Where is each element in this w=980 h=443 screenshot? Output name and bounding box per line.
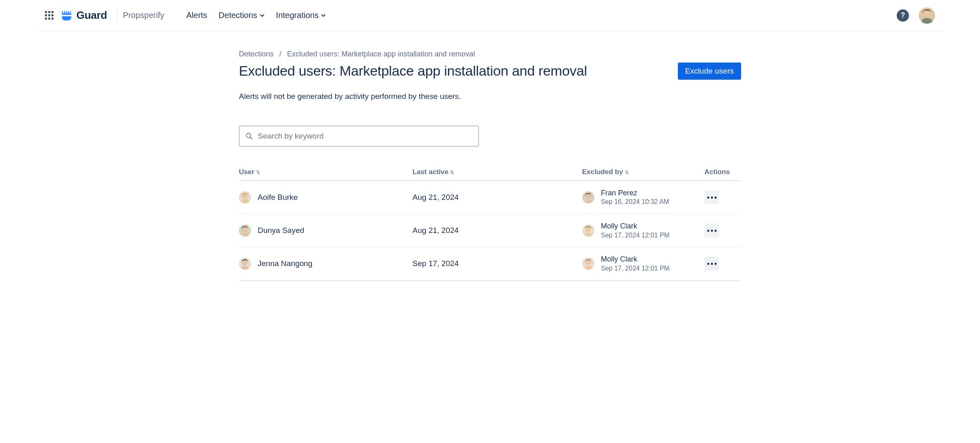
column-header-user[interactable]: User⇅ — [239, 164, 412, 181]
row-actions-button[interactable] — [704, 190, 719, 204]
nav-detections[interactable]: Detections — [218, 11, 265, 20]
svg-point-16 — [586, 227, 591, 233]
search-field[interactable] — [239, 125, 479, 147]
nav-alerts[interactable]: Alerts — [186, 11, 207, 20]
excluded-by-timestamp: Sep 16, 2024 10:32 AM — [601, 198, 669, 206]
excluded-by-avatar[interactable] — [582, 191, 595, 204]
column-header-last-active[interactable]: Last active⇅ — [412, 164, 582, 181]
app-switcher-icon[interactable] — [45, 11, 53, 20]
last-active: Sep 17, 2024 — [412, 259, 459, 268]
sort-icon: ⇅ — [450, 170, 454, 175]
user-avatar[interactable] — [239, 224, 251, 237]
excluded-by-cell: Fran Perez Sep 16, 2024 10:32 AM — [582, 188, 705, 206]
search-icon — [245, 132, 253, 140]
column-header-excluded-by[interactable]: Excluded by⇅ — [582, 164, 705, 181]
last-active: Aug 21, 2024 — [412, 193, 459, 201]
exclude-users-button[interactable]: Exclude users — [678, 63, 741, 80]
org-name[interactable]: Propsperify — [117, 10, 164, 21]
excluded-users-table: User⇅ Last active⇅ Excluded by⇅ Actions — [239, 164, 741, 281]
page-description: Alerts will not be generated by activity… — [239, 92, 741, 101]
avatar-image — [239, 191, 251, 204]
user-avatar[interactable] — [239, 257, 251, 270]
svg-point-18 — [242, 260, 248, 266]
svg-rect-3 — [67, 11, 69, 13]
table-row: Dunya Sayed Aug 21, 2024 Molly Clark Sep… — [239, 214, 741, 247]
guard-shield-icon — [61, 10, 72, 21]
svg-rect-2 — [65, 11, 67, 13]
excluded-by-text: Molly Clark Sep 17, 2024 12:01 PM — [601, 255, 670, 273]
avatar-image — [582, 191, 595, 204]
table-row: Aoife Burke Aug 21, 2024 Fran Perez Sep … — [239, 181, 741, 214]
row-actions-button[interactable] — [704, 224, 719, 237]
more-icon — [707, 230, 717, 232]
more-icon — [707, 197, 717, 199]
svg-point-12 — [586, 194, 591, 199]
sort-icon: ⇅ — [625, 170, 629, 175]
col-excl-label: Excluded by — [582, 168, 623, 176]
product-name: Guard — [76, 9, 107, 22]
sort-icon: ⇅ — [256, 170, 260, 175]
search-input[interactable] — [258, 132, 472, 141]
nav-integrations[interactable]: Integrations — [276, 11, 326, 20]
excluded-by-text: Fran Perez Sep 16, 2024 10:32 AM — [601, 188, 669, 206]
more-icon — [707, 263, 717, 265]
user-cell: Aoife Burke — [239, 191, 412, 204]
excluded-by-cell: Molly Clark Sep 17, 2024 12:01 PM — [582, 255, 705, 273]
breadcrumb-separator: / — [279, 50, 281, 58]
nav-integrations-label: Integrations — [276, 11, 319, 20]
breadcrumb-current: Excluded users: Marketplace app installa… — [287, 50, 475, 58]
nav-detections-label: Detections — [218, 11, 257, 20]
page-title: Excluded users: Marketplace app installa… — [239, 63, 587, 79]
avatar-image — [239, 224, 251, 237]
user-cell: Jenna Nangong — [239, 257, 412, 270]
excluded-by-timestamp: Sep 17, 2024 12:01 PM — [601, 231, 670, 240]
main-nav: Alerts Detections Integrations — [186, 11, 326, 20]
col-act-label: Actions — [704, 168, 730, 176]
excluded-by-timestamp: Sep 17, 2024 12:01 PM — [601, 264, 670, 273]
excluded-by-avatar[interactable] — [582, 224, 595, 237]
svg-point-10 — [242, 194, 248, 199]
profile-avatar[interactable] — [919, 7, 935, 24]
nav-alerts-label: Alerts — [186, 11, 207, 20]
help-icon[interactable]: ? — [897, 9, 909, 22]
breadcrumb: Detections / Excluded users: Marketplace… — [239, 50, 741, 58]
excluded-by-text: Molly Clark Sep 17, 2024 12:01 PM — [601, 222, 670, 239]
avatar-image — [239, 257, 251, 270]
excluded-by-name: Molly Clark — [601, 222, 670, 231]
user-name: Dunya Sayed — [258, 226, 304, 235]
page-header: Excluded users: Marketplace app installa… — [239, 63, 741, 80]
last-active: Aug 21, 2024 — [412, 226, 459, 235]
avatar-image — [582, 257, 595, 270]
user-name: Jenna Nangong — [258, 259, 312, 268]
avatar-image — [582, 224, 595, 237]
svg-line-8 — [250, 137, 252, 139]
breadcrumb-root[interactable]: Detections — [239, 50, 274, 58]
excluded-by-avatar[interactable] — [582, 257, 595, 270]
excluded-by-name: Molly Clark — [601, 255, 670, 264]
col-last-label: Last active — [412, 168, 448, 176]
svg-point-14 — [242, 227, 248, 233]
svg-point-20 — [586, 260, 591, 266]
product-logo[interactable]: Guard — [61, 9, 107, 22]
column-header-actions: Actions — [704, 164, 741, 181]
svg-point-6 — [923, 10, 931, 18]
excluded-by-cell: Molly Clark Sep 17, 2024 12:01 PM — [582, 222, 705, 239]
avatar-image — [919, 7, 935, 24]
user-cell: Dunya Sayed — [239, 224, 412, 237]
svg-rect-4 — [69, 11, 71, 13]
chevron-down-icon — [321, 13, 326, 18]
topbar-right: ? — [897, 7, 935, 24]
table-row: Jenna Nangong Sep 17, 2024 Molly Clark S… — [239, 247, 741, 281]
top-navigation: Guard Propsperify Alerts Detections Inte… — [37, 0, 943, 31]
row-actions-button[interactable] — [704, 257, 719, 271]
chevron-down-icon — [260, 13, 265, 18]
col-user-label: User — [239, 168, 254, 176]
page-content: Detections / Excluded users: Marketplace… — [239, 31, 741, 281]
svg-rect-1 — [63, 11, 64, 13]
topbar-left: Guard Propsperify Alerts Detections Inte… — [45, 9, 326, 22]
user-name: Aoife Burke — [258, 193, 298, 202]
excluded-by-name: Fran Perez — [601, 188, 669, 198]
user-avatar[interactable] — [239, 191, 251, 204]
